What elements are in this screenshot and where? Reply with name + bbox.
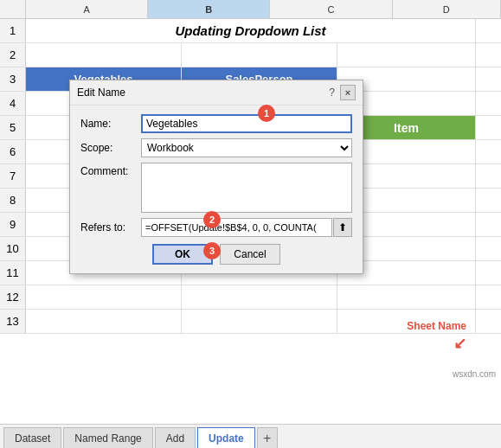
cell-10a: 10 [0,237,26,260]
badge-2: 2 [203,211,221,228]
comment-field-row: Comment: [80,163,352,213]
comment-textarea[interactable] [141,163,352,213]
cell-9a: 9 [0,213,26,236]
badge-3: 3 [203,242,221,259]
tab-dataset[interactable]: Dataset [3,427,61,448]
refers-label: Refers to: [80,221,141,234]
dialog-close-button[interactable]: × [340,85,356,100]
row-2: 2 [0,43,501,67]
badge-1: 1 [258,105,275,122]
cell-1a: 1 [0,19,26,42]
col-header-b: B [148,0,270,18]
cell-2b [26,43,182,67]
cell-2c [182,43,337,67]
col-header-a: A [26,0,148,18]
tab-add-new[interactable]: + [257,427,278,448]
dialog-title: Edit Name [77,86,125,99]
cell-12c [182,285,337,309]
spreadsheet: A B C D 1 Updating Dropdown List 2 3 Veg… [0,0,501,406]
scope-field-row: Scope: Workbook [80,138,352,157]
dialog-help[interactable]: ? [329,86,335,99]
cell-12d [337,285,476,309]
scope-select[interactable]: Workbook [141,138,352,157]
cell-3a: 3 [0,67,26,91]
cell-11a: 11 [0,261,26,285]
cell-13c [182,310,337,333]
column-header-row: A B C D [0,0,501,19]
sheet-name-annotation: Sheet Name ↙ [407,320,466,353]
cell-7a: 7 [0,164,26,188]
cell-6a: 6 [0,140,26,163]
dialog-controls: ? × [329,85,356,100]
annotation-arrow: ↙ [407,334,466,353]
cell-2d [337,43,476,67]
cell-5a: 5 [0,116,26,139]
dialog-titlebar: Edit Name ? × [70,80,363,106]
refers-input[interactable] [141,218,332,237]
name-label: Name: [80,118,141,130]
cell-2a: 2 [0,43,26,67]
row-1: 1 Updating Dropdown List [0,19,501,43]
cancel-button[interactable]: Cancel [220,244,280,265]
row-12: 12 [0,285,501,310]
tab-add[interactable]: Add [155,427,196,448]
cell-13a: 13 [0,310,26,333]
tab-update[interactable]: Update [197,427,255,448]
col-header-c: C [270,0,392,18]
name-input[interactable] [141,114,352,133]
annotation-text: Sheet Name [407,320,466,332]
corner-cell [0,0,26,18]
tab-bar: Dataset Named Range Add Update + [0,424,501,448]
name-field-row: Name: [80,114,352,133]
comment-label: Comment: [80,163,141,177]
cell-12b [26,285,182,309]
cell-12a: 12 [0,285,26,309]
refers-expand-button[interactable]: ⬆ [333,218,352,237]
watermark: wsxdn.com [453,369,496,379]
scope-label: Scope: [80,142,141,154]
cell-8a: 8 [0,189,26,212]
cell-4a: 4 [0,92,26,115]
tab-named-range[interactable]: Named Range [63,427,152,448]
cell-13b [26,310,182,333]
spreadsheet-title: Updating Dropdown List [26,19,476,42]
col-header-d: D [393,0,501,18]
